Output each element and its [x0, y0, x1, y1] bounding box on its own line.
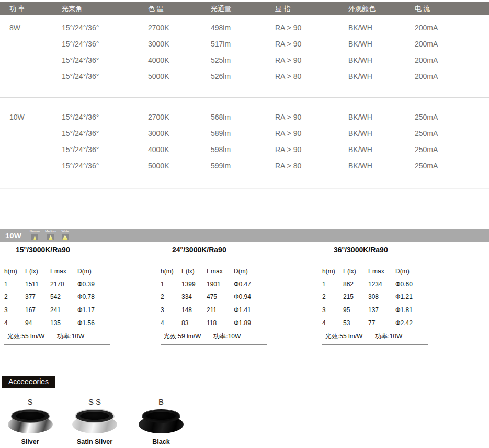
cri-value: RA > 90	[275, 129, 348, 137]
cell: Φ0.94	[234, 293, 267, 301]
cell: Φ1.17	[77, 306, 111, 314]
cell: 4	[161, 319, 181, 327]
cct-value: 4000K	[148, 145, 211, 154]
section-divider	[0, 188, 489, 189]
cell: 1	[161, 281, 181, 288]
cell: 542	[50, 293, 77, 301]
cri-value: RA > 80	[275, 72, 348, 81]
flux-value: 517lm	[211, 40, 275, 48]
cell: 137	[368, 306, 395, 314]
beam-value: 15°/24°/36°	[62, 113, 148, 121]
current-value: 200mA	[415, 24, 489, 32]
color-value: BK/WH	[348, 72, 415, 81]
col-header: h(m)	[322, 268, 343, 275]
cell: 1234	[368, 281, 395, 288]
col-header: E(lx)	[343, 268, 368, 275]
cell: 4	[4, 319, 25, 327]
cell: 135	[50, 319, 77, 327]
cell: Φ0.60	[395, 281, 429, 288]
color-value: BK/WH	[348, 129, 415, 137]
color-value: BK/WH	[348, 162, 415, 170]
cell: 53	[343, 319, 368, 327]
cell: 377	[25, 293, 50, 301]
power-value: 功率:10W	[213, 332, 241, 341]
photometry-footer: 光效:55 lm/W 功率:10W	[4, 329, 110, 345]
cell: Φ1.89	[234, 319, 267, 327]
cell: 77	[368, 319, 395, 327]
photometry-table-title: 36°/3000K/Ra90	[334, 246, 435, 256]
photometry-grid: h(m) E(lx) Emax D(m) 1 862 1234 Φ0.60 2 …	[322, 265, 435, 329]
col-header: D(m)	[77, 268, 111, 275]
col-header: D(m)	[395, 268, 429, 275]
reflector-silver-image	[8, 410, 53, 433]
reflector-black-image	[139, 410, 184, 433]
cell: Φ1.56	[77, 319, 111, 327]
flux-value: 589lm	[211, 129, 275, 137]
cct-value: 2700K	[148, 113, 211, 121]
beam-value: 15°/24°/36°	[62, 72, 148, 81]
cct-value: 4000K	[148, 56, 211, 64]
photometry-wattage-label: 10W	[5, 229, 21, 242]
photometry-table-title: 24°/3000K/Ra90	[172, 246, 273, 256]
col-header: Emax	[368, 268, 395, 275]
flux-value: 526lm	[211, 72, 275, 81]
power-value: 功率:10W	[375, 332, 402, 341]
cell: Φ1.41	[234, 306, 267, 314]
photometry-footer: 光效:59 lm/W 功率:10W	[161, 329, 267, 345]
cell: 241	[50, 306, 77, 314]
spec-group-10w: 10W 15°/24°/36° 2700K 568lm RA > 90 BK/W…	[0, 109, 489, 174]
cri-value: RA > 90	[275, 113, 348, 121]
beam-value: 15°/24°/36°	[62, 56, 148, 64]
flux-value: 568lm	[211, 113, 275, 121]
beam-value: 15°/24°/36°	[62, 145, 148, 154]
cell: Φ1.81	[395, 306, 429, 314]
cct-value: 3000K	[148, 40, 211, 48]
accessories-title: Acceeeories	[2, 376, 55, 388]
table-row: 15°/24°/36° 3000K 517lm RA > 90 BK/WH 20…	[0, 36, 489, 52]
flux-value: 599lm	[211, 162, 275, 170]
section-divider	[0, 390, 489, 390]
cell: 2	[322, 293, 343, 301]
cell: 83	[181, 319, 207, 327]
table-row: 15°/24°/36° 4000K 525lm RA > 90 BK/WH 20…	[0, 52, 489, 68]
cell: 211	[207, 306, 234, 314]
col-header: D(m)	[234, 268, 267, 275]
beam-wide-label: Wide	[62, 229, 69, 233]
current-value: 250mA	[415, 113, 489, 121]
cell: 862	[343, 281, 368, 288]
accessory-silver: S Silver	[5, 397, 55, 445]
flux-value: 525lm	[211, 56, 275, 64]
header-beam-angle: 光束角	[62, 4, 148, 14]
header-finish-color: 外观颜色	[348, 4, 415, 14]
photometry-table-24deg: 24°/3000K/Ra90 h(m) E(lx) Emax D(m) 1 13…	[161, 246, 273, 345]
photometry-footer: 光效:55 lm/W 功率:10W	[322, 329, 428, 345]
efficacy-value: 光效:55 lm/W	[325, 332, 362, 341]
cell: 1399	[181, 281, 207, 288]
photometry-grid: h(m) E(lx) Emax D(m) 1 1399 1901 Φ0.47 2…	[161, 265, 273, 329]
spec-group-8w: 8W 15°/24°/36° 2700K 498lm RA > 90 BK/WH…	[0, 19, 489, 84]
cct-value: 2700K	[148, 24, 211, 32]
cell: 2	[4, 293, 25, 301]
beam-wide: Wide	[62, 229, 69, 240]
reflector-satin-silver-image	[72, 410, 117, 433]
spec-table-header: 功 率 光束角 色 温 光通量 显 指 外观颜色 电 流	[0, 2, 489, 15]
beam-medium: Medium	[45, 229, 56, 240]
cell: 95	[343, 306, 368, 314]
cell: 475	[207, 293, 234, 301]
power-value: 10W	[9, 113, 62, 121]
accessory-code: S	[5, 397, 55, 409]
cell: 2170	[50, 281, 77, 288]
header-power: 功 率	[9, 4, 62, 14]
table-row: 15°/24°/36° 4000K 598lm RA > 90 BK/WH 25…	[0, 141, 489, 157]
flux-value: 498lm	[211, 24, 275, 32]
table-row: 15°/24°/36° 3000K 589lm RA > 90 BK/WH 25…	[0, 125, 489, 141]
beam-medium-label: Medium	[45, 229, 56, 233]
header-cri: 显 指	[275, 4, 348, 14]
cell: 308	[368, 293, 395, 301]
current-value: 200mA	[415, 56, 489, 64]
cri-value: RA > 90	[275, 24, 348, 32]
cell: 1	[4, 281, 25, 288]
table-row: 15°/24°/36° 5000K 526lm RA > 80 BK/WH 20…	[0, 68, 489, 84]
accessory-label: Silver	[5, 438, 55, 445]
cell: 215	[343, 293, 368, 301]
